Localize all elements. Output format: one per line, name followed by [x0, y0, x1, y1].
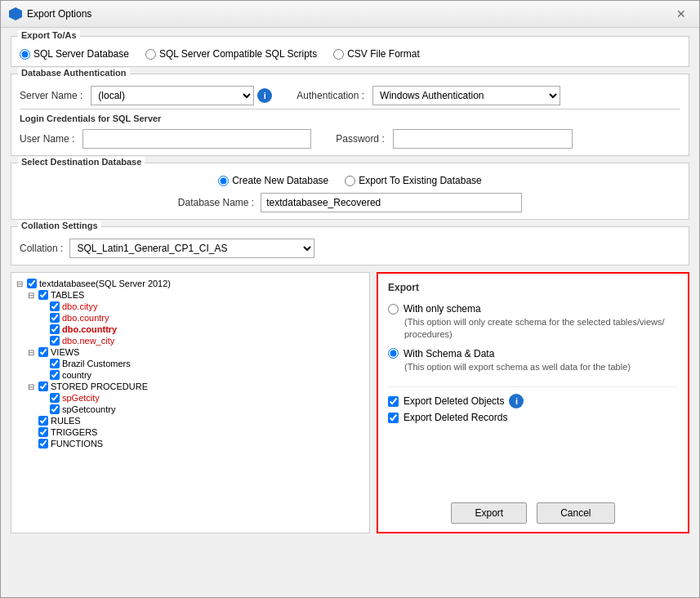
view-brazil: Brazil Customers	[39, 358, 364, 369]
cityy-checkbox[interactable]	[50, 301, 60, 311]
sql-scripts-radio[interactable]	[145, 49, 156, 60]
schema-data-option: With Schema & Data (This option will exp…	[388, 348, 678, 373]
dialog-content: Export To/As SQL Server Database SQL Ser…	[1, 28, 699, 542]
collation-label: Collation :	[20, 243, 63, 254]
schema-only-radio[interactable]	[388, 304, 399, 315]
tables-label: TABLES	[51, 290, 84, 300]
login-cred-title: Login Credentials for SQL Server	[20, 114, 161, 123]
csv-format-radio[interactable]	[333, 49, 344, 60]
sql-server-db-radio[interactable]	[20, 49, 30, 60]
dbname-row: Database Name : textdatabasee_Recovered	[20, 193, 680, 212]
server-name-dropdown[interactable]: (local)	[91, 86, 254, 105]
export-deleted-records-label[interactable]: Export Deleted Records	[404, 412, 507, 423]
sql-scripts-option[interactable]: SQL Server Compatible SQL Scripts	[145, 48, 317, 60]
schema-data-radio[interactable]	[388, 348, 399, 359]
schema-only-label[interactable]: With only schema	[404, 303, 481, 315]
title-bar-left: Export Options	[9, 7, 91, 20]
export-deleted-records-checkbox[interactable]	[388, 413, 399, 423]
schema-data-label[interactable]: With Schema & Data	[404, 348, 494, 359]
export-buttons-row: Export Cancel	[388, 502, 678, 524]
getcountry-checkbox[interactable]	[50, 404, 60, 414]
sp-node: ⊟ STORED PROCEDURE	[28, 381, 364, 392]
tree-root-children: ⊟ TABLES dbo.cityy dbo.cou	[16, 289, 364, 449]
tree-root: ⊟ textdatabasee(SQL Server 2012)	[16, 278, 364, 289]
table-cityy: dbo.cityy	[39, 301, 364, 312]
export-existing-radio[interactable]	[345, 176, 355, 186]
views-checkbox[interactable]	[38, 347, 48, 357]
new-city-checkbox[interactable]	[50, 336, 60, 346]
schema-only-row[interactable]: With only schema	[388, 303, 678, 315]
view-country-checkbox[interactable]	[50, 370, 60, 380]
root-expand-icon[interactable]: ⊟	[16, 279, 25, 288]
server-info-icon[interactable]: i	[257, 88, 272, 103]
sp-expand-icon[interactable]: ⊟	[28, 382, 36, 391]
schema-data-row[interactable]: With Schema & Data	[388, 348, 678, 359]
export-deleted-records-row: Export Deleted Records	[388, 412, 678, 423]
views-expand-icon[interactable]: ⊟	[28, 348, 36, 357]
deleted-objects-info-icon[interactable]: i	[509, 394, 524, 408]
triggers-label: TRIGGERS	[51, 427, 97, 437]
export-existing-option[interactable]: Export To Existing Database	[345, 175, 482, 186]
collation-row: Collation : SQL_Latin1_General_CP1_CI_AS	[20, 239, 680, 258]
brazil-customers-checkbox[interactable]	[50, 359, 60, 368]
sql-server-db-option[interactable]: SQL Server Database	[20, 48, 129, 60]
sp-getcity: spGetcity	[39, 392, 364, 404]
cancel-button[interactable]: Cancel	[537, 502, 614, 524]
auth-label: Authentication :	[296, 90, 364, 101]
getcity-label: spGetcity	[62, 393, 100, 403]
collation-section: Collation Settings Collation : SQL_Latin…	[11, 226, 689, 266]
csv-format-option[interactable]: CSV File Format	[333, 48, 420, 60]
export-existing-label[interactable]: Export To Existing Database	[359, 175, 482, 186]
triggers-checkbox[interactable]	[38, 427, 48, 437]
tables-expand-icon[interactable]: ⊟	[28, 291, 36, 300]
export-deleted-objects-checkbox[interactable]	[388, 396, 399, 407]
rules-checkbox[interactable]	[38, 416, 48, 426]
export-options-dialog: Export Options ✕ Export To/As SQL Server…	[0, 0, 700, 598]
sp-getcountry: spGetcountry	[39, 404, 364, 415]
export-deleted-objects-row: Export Deleted Objects i	[388, 394, 678, 408]
export-button[interactable]: Export	[451, 502, 527, 524]
tables-checkbox[interactable]	[38, 290, 48, 300]
dbname-label: Database Name :	[178, 197, 254, 208]
rules-node: RULES	[28, 415, 364, 426]
tree-panel: ⊟ textdatabasee(SQL Server 2012) ⊟ TABLE…	[11, 272, 370, 533]
root-checkbox[interactable]	[27, 279, 37, 288]
password-label: Password :	[336, 133, 384, 145]
table-counttry: dbo.counttry	[39, 324, 364, 335]
export-to-as-section: Export To/As SQL Server Database SQL Ser…	[11, 36, 689, 67]
password-input[interactable]	[393, 129, 573, 149]
create-new-db-option[interactable]: Create New Database	[218, 175, 328, 186]
username-input[interactable]	[82, 129, 311, 149]
getcity-checkbox[interactable]	[50, 393, 60, 403]
collation-title: Collation Settings	[18, 221, 101, 230]
new-city-label: dbo.new_city	[62, 336, 114, 346]
login-cred-row: User Name : Password :	[20, 129, 680, 149]
schema-only-desc: (This option will only create schema for…	[404, 316, 678, 341]
close-button[interactable]: ✕	[671, 6, 691, 22]
dest-db-section: Select Destination Database Create New D…	[11, 163, 689, 220]
collation-content: Collation : SQL_Latin1_General_CP1_CI_AS	[11, 227, 689, 265]
create-new-db-radio[interactable]	[218, 176, 229, 186]
functions-checkbox[interactable]	[38, 439, 48, 448]
country-checkbox[interactable]	[50, 313, 60, 323]
sql-scripts-label[interactable]: SQL Server Compatible SQL Scripts	[159, 48, 317, 60]
bottom-area: ⊟ textdatabasee(SQL Server 2012) ⊟ TABLE…	[11, 272, 689, 533]
auth-dropdown[interactable]: Windows Authentication	[372, 86, 560, 105]
collation-dropdown[interactable]: SQL_Latin1_General_CP1_CI_AS	[69, 239, 314, 258]
tables-children: dbo.cityy dbo.country dbo.counttry	[28, 301, 364, 346]
dbname-input[interactable]: textdatabasee_Recovered	[261, 193, 522, 212]
export-deleted-objects-label[interactable]: Export Deleted Objects	[404, 395, 504, 407]
tables-node: ⊟ TABLES	[28, 289, 364, 301]
export-panel: Export With only schema (This option wil…	[377, 272, 689, 533]
dest-db-content: Create New Database Export To Existing D…	[11, 163, 689, 219]
csv-format-label[interactable]: CSV File Format	[347, 48, 420, 60]
export-checkboxes: Export Deleted Objects i Export Deleted …	[388, 386, 678, 423]
db-auth-row: Server Name : (local) i Authentication :…	[20, 86, 680, 105]
sp-checkbox[interactable]	[38, 382, 48, 391]
view-country: country	[39, 369, 364, 381]
schema-data-desc: (This option will export schema as well …	[404, 361, 678, 373]
create-new-db-label[interactable]: Create New Database	[232, 175, 328, 186]
counttry-checkbox[interactable]	[50, 324, 60, 334]
sql-server-db-label[interactable]: SQL Server Database	[33, 48, 129, 60]
views-node: ⊟ VIEWS	[28, 346, 364, 358]
